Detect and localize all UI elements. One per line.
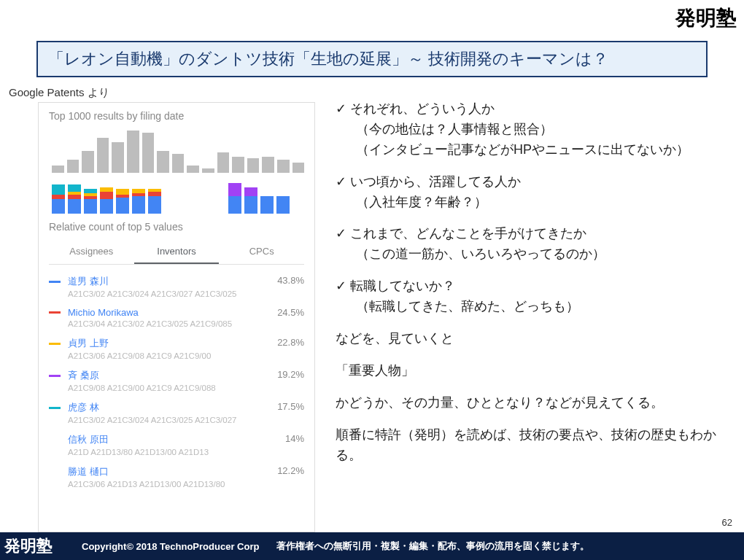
footer-copyright: Copyright© 2018 TechnoProducer Corp [82, 541, 259, 552]
body-text: 順番に特許（発明）を読めば、技術の要点や、技術の歴史もわかる。 [336, 425, 729, 466]
bar [292, 163, 305, 173]
color-swatch [49, 343, 61, 345]
body-text: などを、見ていくと [336, 329, 729, 349]
inventor-codes: A21D A21D13/80 A21D13/00 A21D13 [68, 448, 304, 456]
bar [142, 133, 155, 173]
check-icon: ✓ [336, 224, 350, 244]
bar [52, 166, 64, 173]
inventor-name: Michio Morikawa [68, 307, 139, 318]
color-swatch [49, 311, 61, 314]
bullet-text: いつ頃から、活躍してる人か [350, 174, 521, 189]
inventor-name: 虎彦 林 [68, 401, 99, 414]
inventor-row[interactable]: 勝道 樋口12.2%A21C3/06 A21D13 A21D13/00 A21D… [49, 465, 304, 489]
inventor-list: 道男 森川43.8%A21C3/02 A21C3/024 A21C3/027 A… [49, 275, 304, 489]
bar [217, 152, 230, 173]
inventor-percent: 24.5% [277, 307, 304, 318]
inventor-codes: A21C3/04 A21C3/02 A21C3/025 A21C9/085 [68, 319, 304, 328]
bullet-sub: （この道一筋か、いろいろやってるのか） [356, 246, 605, 261]
bullet-sub: （今の地位は？人事情報と照合） [356, 122, 553, 136]
inventor-codes: A21C9/08 A21C9/00 A21C9 A21C9/088 [68, 384, 304, 392]
color-swatch [49, 439, 61, 441]
inventor-row[interactable]: 虎彦 林17.5%A21C3/02 A21C3/024 A21C3/025 A2… [49, 401, 304, 424]
inventor-row[interactable]: 斉 桑原19.2%A21C9/08 A21C9/00 A21C9 A21C9/0… [49, 369, 304, 392]
filing-date-bar-chart [49, 128, 304, 173]
relative-count-label: Relative count of top 5 values [49, 221, 304, 233]
panel-tabs: Assignees Inventors CPCs [49, 240, 304, 265]
color-swatch [49, 407, 61, 409]
inventor-row[interactable]: Michio Morikawa24.5%A21C3/04 A21C3/02 A2… [49, 307, 304, 328]
bullet-sub: （インタビュー記事などがHPやニュースに出てないか） [356, 142, 689, 157]
bar [67, 160, 80, 173]
inventor-codes: A21C3/02 A21C3/024 A21C3/027 A21C3/025 [68, 289, 304, 298]
google-patents-panel: Top 1000 results by filing date [38, 102, 315, 532]
bar [127, 131, 139, 173]
relative-count-stacked-chart [49, 177, 304, 214]
inventor-codes: A21C3/06 A21C9/08 A21C9 A21C9/00 [68, 351, 304, 360]
body-text: 「重要人物」 [336, 361, 729, 381]
bar [247, 158, 260, 173]
bar [97, 138, 109, 173]
inventor-name: 道男 森川 [68, 275, 109, 288]
source-label: Google Patents より [9, 86, 109, 100]
footer-note: 著作権者への無断引用・複製・編集・配布、事例の流用を固く禁じます。 [276, 540, 589, 553]
tab-assignees[interactable]: Assignees [49, 240, 134, 264]
inventor-percent: 22.8% [277, 337, 304, 348]
bar [262, 157, 274, 173]
color-swatch [49, 281, 61, 283]
inventor-codes: A21C3/02 A21C3/024 A21C3/025 A21C3/027 [68, 416, 304, 424]
inventor-percent: 19.2% [277, 369, 304, 380]
bullet-text: これまで、どんなことを手がけてきたか [350, 226, 586, 241]
bullet-content: ✓それぞれ、どういう人か （今の地位は？人事情報と照合） （インタビュー記事など… [336, 99, 729, 477]
footer-brand: 発明塾 [0, 535, 82, 557]
bullet-text: それぞれ、どういう人か [350, 101, 495, 116]
color-swatch [49, 375, 61, 377]
inventor-row[interactable]: 道男 森川43.8%A21C3/02 A21C3/024 A21C3/027 A… [49, 275, 304, 298]
footer: 発明塾 Copyright© 2018 TechnoProducer Corp … [0, 532, 744, 560]
bar [277, 160, 290, 173]
slide-title: 「レオン自動機」のダントツ技術「生地の延展」～ 技術開発のキーマンは？ [36, 41, 708, 77]
panel-title: Top 1000 results by filing date [49, 110, 304, 122]
body-text: かどうか、その力量、ひととなり？などが見えてくる。 [336, 393, 729, 413]
page-number: 62 [722, 517, 732, 528]
bullet-sub: （転職してきた、辞めた、どっちも） [356, 299, 579, 314]
color-swatch [49, 471, 61, 473]
check-icon: ✓ [336, 99, 350, 120]
bar [112, 142, 124, 173]
bar [157, 151, 169, 173]
check-icon: ✓ [336, 172, 350, 192]
inventor-codes: A21C3/06 A21D13 A21D13/00 A21D13/80 [68, 480, 304, 489]
check-icon: ✓ [336, 276, 350, 297]
tab-inventors[interactable]: Inventors [134, 240, 220, 264]
bar [202, 168, 214, 173]
inventor-row[interactable]: 信秋 原田14%A21D A21D13/80 A21D13/00 A21D13 [49, 433, 304, 456]
inventor-name: 信秋 原田 [68, 433, 109, 446]
bullet-text: 転職してないか？ [350, 279, 455, 293]
inventor-name: 斉 桑原 [68, 369, 99, 382]
bar [172, 154, 185, 173]
inventor-percent: 12.2% [277, 465, 304, 476]
tab-cpcs[interactable]: CPCs [219, 240, 304, 264]
inventor-percent: 14% [285, 433, 304, 444]
inventor-percent: 43.8% [277, 275, 304, 286]
inventor-percent: 17.5% [277, 401, 304, 412]
bar [232, 157, 244, 173]
bullet-sub: （入社年度？年齢？） [356, 195, 487, 209]
header-brand: 発明塾 [675, 4, 737, 32]
inventor-name: 貞男 上野 [68, 337, 109, 350]
bar [187, 166, 199, 173]
inventor-name: 勝道 樋口 [68, 465, 109, 478]
inventor-row[interactable]: 貞男 上野22.8%A21C3/06 A21C9/08 A21C9 A21C9/… [49, 337, 304, 360]
bar [82, 151, 94, 173]
